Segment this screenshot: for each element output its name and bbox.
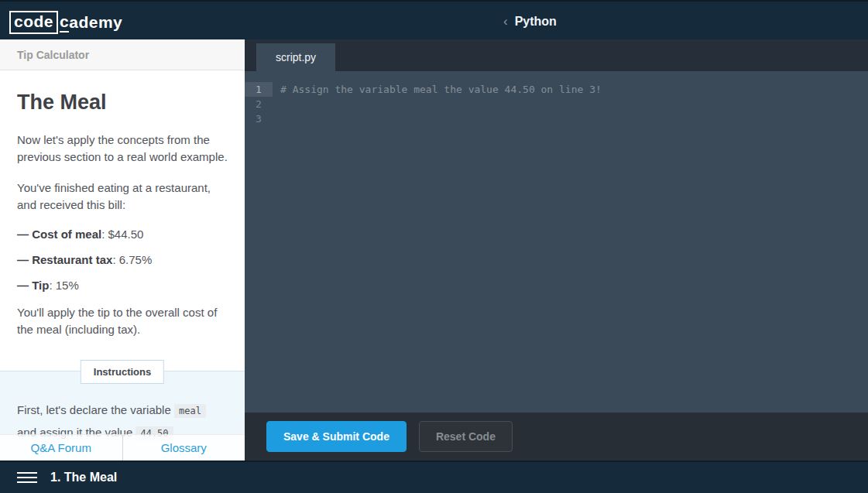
code-text: # Assign the variable meal the value 44.…: [273, 82, 602, 97]
editor-region: script.py 1 # Assign the variable meal t…: [245, 39, 868, 460]
logo-c-underlined: c: [60, 12, 69, 33]
bill-value: : $44.50: [101, 228, 143, 241]
logo-ademy: ademy: [69, 13, 122, 32]
lesson-title: The Meal: [17, 91, 228, 115]
code-line-2: 2: [245, 97, 868, 111]
bottom-bar: 1. The Meal: [0, 460, 868, 493]
logo-code-box: code: [9, 11, 58, 34]
line-number: 1: [245, 82, 273, 97]
panel-footer: Q&A Forum Glossary: [0, 434, 245, 460]
page: codecademy ‹ Python Tip Calculator The M…: [0, 0, 868, 493]
code-text: [273, 97, 280, 111]
bill-label: — Restaurant tax: [17, 253, 112, 266]
bill-value: : 6.75%: [112, 253, 152, 266]
lesson-paragraph: You've finished eating at a restaurant, …: [17, 180, 228, 214]
bill-value: : 15%: [49, 279, 78, 292]
breadcrumb[interactable]: ‹ Python: [503, 2, 557, 41]
menu-icon[interactable]: [17, 469, 37, 486]
save-submit-button[interactable]: Save & Submit Code: [266, 421, 407, 452]
lesson-paragraph: Now let's apply the concepts from the pr…: [17, 132, 228, 166]
breadcrumb-label: Python: [515, 15, 557, 29]
chevron-left-icon: ‹: [503, 14, 508, 29]
bill-label: — Tip: [17, 279, 49, 292]
footer-half: Glossary: [123, 435, 245, 460]
line-number: 3: [245, 111, 273, 126]
instructions-label: Instructions: [81, 360, 164, 384]
bill-label: — Cost of meal: [17, 228, 101, 241]
code-editor[interactable]: 1 # Assign the variable meal the value 4…: [245, 71, 868, 413]
editor-tabbar: script.py: [245, 39, 868, 71]
glossary-link[interactable]: Glossary: [161, 441, 207, 454]
action-bar: Save & Submit Code Reset Code: [245, 413, 868, 460]
course-title: Tip Calculator: [17, 49, 89, 61]
instruction-text-part: First, let's declare the variable: [17, 403, 174, 416]
lesson-panel: Tip Calculator The Meal Now let's apply …: [0, 39, 245, 460]
top-navbar: codecademy ‹ Python: [0, 0, 868, 39]
qa-forum-link[interactable]: Q&A Forum: [31, 441, 91, 454]
code-text: [273, 111, 280, 126]
bill-item-tip: — Tip: 15%: [17, 279, 228, 292]
reset-code-button[interactable]: Reset Code: [419, 421, 513, 452]
lesson-body: The Meal Now let's apply the concepts fr…: [0, 70, 245, 352]
code-line-1: 1 # Assign the variable meal the value 4…: [245, 82, 868, 97]
line-number: 2: [245, 97, 273, 111]
tab-label: script.py: [276, 51, 316, 63]
code-line-3: 3: [245, 111, 868, 126]
bill-item-cost: — Cost of meal: $44.50: [17, 228, 228, 241]
course-title-header: Tip Calculator: [0, 39, 245, 70]
bill-item-tax: — Restaurant tax: 6.75%: [17, 253, 228, 266]
current-lesson-title: 1. The Meal: [50, 471, 117, 484]
tab-script-py[interactable]: script.py: [256, 43, 335, 71]
lesson-paragraph: You'll apply the tip to the overall cost…: [17, 304, 228, 338]
footer-half: Q&A Forum: [0, 435, 123, 460]
code-chip-meal: meal: [174, 404, 206, 418]
codecademy-logo[interactable]: codecademy: [9, 11, 122, 34]
